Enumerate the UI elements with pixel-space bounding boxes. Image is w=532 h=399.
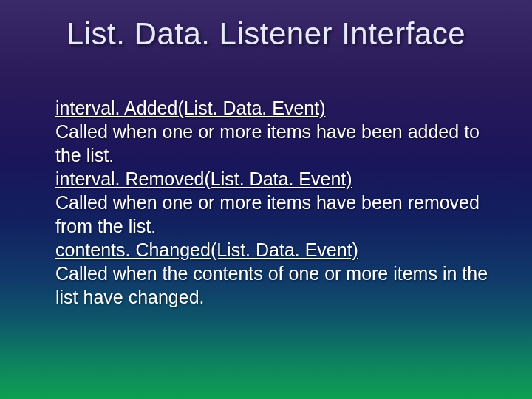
slide-title: List. Data. Listener Interface [0, 0, 532, 52]
slide: List. Data. Listener Interface interval.… [0, 0, 532, 399]
slide-content: interval. Added(List. Data. Event) Calle… [55, 96, 491, 309]
method-description: Called when the contents of one or more … [55, 262, 491, 309]
method-name: interval. Added(List. Data. Event) [55, 96, 491, 120]
method-name: interval. Removed(List. Data. Event) [55, 167, 491, 191]
method-description: Called when one or more items have been … [55, 120, 491, 167]
method-description: Called when one or more items have been … [55, 191, 491, 238]
method-name: contents. Changed(List. Data. Event) [55, 238, 491, 262]
